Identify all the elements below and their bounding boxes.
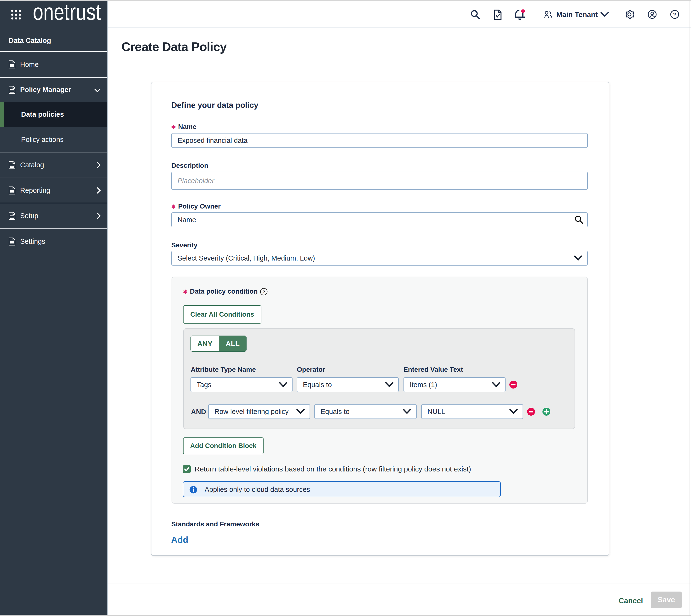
svg-text:?: ? [263,289,265,294]
svg-text:?: ? [673,12,676,18]
